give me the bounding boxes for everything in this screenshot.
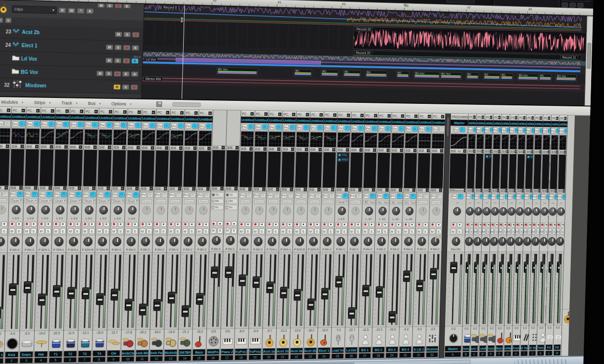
- solo-button[interactable]: S: [175, 228, 181, 234]
- send-slot[interactable]: None: [294, 199, 307, 205]
- down-icon[interactable]: [341, 149, 343, 151]
- eq-plot[interactable]: [476, 134, 484, 149]
- fx-bin[interactable]: [0, 149, 10, 186]
- fader-cap[interactable]: [38, 294, 46, 306]
- send-slot[interactable]: [541, 200, 549, 206]
- sends-bin-header[interactable]: +: [475, 189, 483, 193]
- solo-button[interactable]: S: [30, 228, 36, 234]
- prochannel-header[interactable]: PC▸: [85, 108, 99, 115]
- prochannel-header[interactable]: PC▸: [185, 110, 199, 116]
- add-icon[interactable]: +: [78, 186, 81, 190]
- send-slot[interactable]: Drum P: [67, 198, 82, 204]
- input-echo-button[interactable]: [245, 222, 251, 227]
- send-power-button[interactable]: ⏻: [546, 194, 549, 199]
- prochannel-header[interactable]: PC▸: [241, 111, 255, 117]
- send-slot[interactable]: None: [168, 199, 182, 205]
- pan-knob[interactable]: [348, 235, 361, 247]
- send-knob[interactable]: [294, 205, 307, 217]
- fader-cap[interactable]: [280, 287, 288, 298]
- power-button[interactable]: ⏻: [548, 128, 551, 133]
- eq-plot[interactable]: [185, 131, 198, 146]
- strip-name-plate[interactable]: BG 3: [386, 347, 398, 353]
- fx-bin-header[interactable]: +: [309, 148, 323, 152]
- fx-bin[interactable]: [417, 153, 430, 188]
- pan-knob[interactable]: [195, 235, 209, 247]
- up-icon[interactable]: [451, 150, 453, 152]
- eq-plot[interactable]: [502, 135, 509, 149]
- pan-knob[interactable]: [237, 235, 251, 247]
- filter-icon[interactable]: ⌗: [5, 18, 11, 23]
- up-icon[interactable]: [527, 151, 529, 153]
- up-icon[interactable]: [99, 146, 101, 148]
- expand-icon[interactable]: ▸: [490, 115, 493, 119]
- up-icon[interactable]: [501, 189, 503, 192]
- record-arm-button[interactable]: [210, 221, 216, 226]
- fx-plugin-item[interactable]: BREV: [337, 157, 349, 162]
- record-arm-button[interactable]: [53, 222, 59, 227]
- send-knob[interactable]: [196, 205, 210, 217]
- knob-face[interactable]: [255, 206, 263, 215]
- sends-bin-header[interactable]: +: [541, 189, 549, 194]
- fx-bin[interactable]: [169, 150, 183, 187]
- knob-face[interactable]: [418, 207, 427, 216]
- send-knob[interactable]: [516, 206, 524, 218]
- knob-face[interactable]: [541, 208, 549, 216]
- knob-face[interactable]: [524, 207, 532, 216]
- up-icon[interactable]: [113, 146, 116, 149]
- sends-bin-header[interactable]: +: [557, 189, 565, 194]
- strip-title[interactable]: Untitled: [551, 121, 559, 127]
- strip-name-plate[interactable]: MnAmb: [164, 350, 177, 356]
- add-icon[interactable]: +: [108, 146, 111, 149]
- strip-title[interactable]: Untitled: [502, 121, 509, 127]
- prochannel-header[interactable]: PC▸: [552, 115, 559, 121]
- up-icon[interactable]: [431, 189, 434, 192]
- knob-face[interactable]: [142, 206, 151, 215]
- pan-knob[interactable]: [540, 235, 548, 247]
- eq-plot[interactable]: [268, 132, 281, 147]
- fader-cap[interactable]: [321, 288, 328, 299]
- eq-plot[interactable]: [432, 134, 444, 148]
- send-power-button[interactable]: ⏻: [497, 194, 500, 199]
- strip-name-plate[interactable]: DrumBs: [479, 345, 487, 351]
- send-pst-button[interactable]: Pst: [183, 192, 189, 198]
- send-slot[interactable]: None: [140, 198, 153, 204]
- add-icon[interactable]: +: [515, 150, 516, 153]
- up-icon[interactable]: [98, 187, 101, 190]
- fx-bin[interactable]: Brev: [525, 154, 533, 189]
- down-icon[interactable]: [421, 149, 424, 152]
- mute-button[interactable]: M: [252, 228, 258, 234]
- eq-plot[interactable]: [84, 129, 98, 145]
- fader-cap[interactable]: [82, 288, 90, 300]
- up-icon[interactable]: [534, 190, 536, 192]
- track-record-button[interactable]: [114, 71, 121, 76]
- knob-face[interactable]: [310, 207, 318, 215]
- pan-knob[interactable]: [548, 235, 556, 247]
- fx-bin[interactable]: [141, 150, 154, 187]
- volume-fader[interactable]: [78, 252, 95, 331]
- fx-bin[interactable]: Brev: [484, 154, 492, 189]
- strip-name-plate[interactable]: MidiPn: [206, 349, 219, 355]
- track-button-S[interactable]: S: [106, 3, 113, 8]
- add-icon[interactable]: +: [236, 146, 239, 150]
- strip-name-plate[interactable]: SM7Blt: [178, 349, 191, 355]
- send-slot[interactable]: Drum P: [53, 198, 67, 204]
- volume-fader[interactable]: [64, 252, 80, 331]
- add-icon[interactable]: +: [106, 187, 110, 190]
- pst-button[interactable]: Pst: [551, 128, 555, 133]
- strip-title[interactable]: Untitled: [85, 115, 99, 121]
- input-echo-button[interactable]: [328, 222, 334, 227]
- mute-button[interactable]: M: [125, 228, 131, 234]
- track-input-echo-button[interactable]: E: [122, 71, 130, 77]
- knob-face[interactable]: [281, 237, 290, 246]
- clip-label[interactable]: Record 20: [354, 50, 372, 55]
- add-icon[interactable]: +: [248, 187, 252, 191]
- track-record-button[interactable]: [123, 58, 130, 63]
- solo-button[interactable]: S: [342, 228, 347, 234]
- prochannel-header[interactable]: PC▸: [419, 113, 432, 120]
- send-slot[interactable]: [508, 200, 516, 206]
- pan-knob[interactable]: [531, 235, 539, 247]
- strip-name-plate[interactable]: Keys: [512, 345, 519, 351]
- strip-title[interactable]: Untitled: [199, 116, 213, 123]
- add-icon[interactable]: +: [346, 148, 350, 152]
- send-power-button[interactable]: ⏻: [75, 192, 81, 197]
